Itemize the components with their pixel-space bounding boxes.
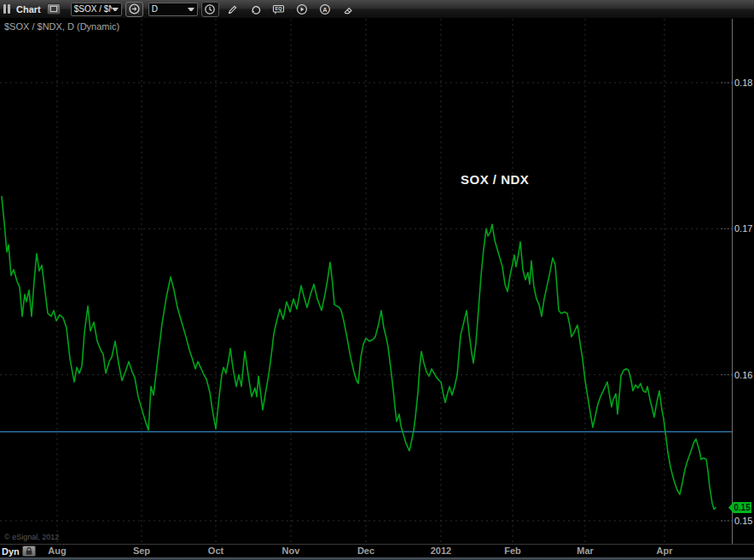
svg-text:EQ: EQ	[276, 6, 283, 11]
draw-tool-button[interactable]	[224, 2, 242, 17]
interval-combobox-value: D	[152, 4, 158, 14]
price-line	[2, 197, 716, 510]
chevron-down-icon	[112, 8, 119, 11]
window-title: Chart	[16, 4, 41, 14]
month-label: 2012	[426, 546, 456, 556]
month-label: Feb	[497, 546, 528, 556]
y-axis-label: 0.17	[734, 223, 752, 234]
y-axis-label: 0.18	[734, 78, 752, 88]
clock-icon	[204, 3, 216, 15]
circular-arrow-icon	[128, 3, 141, 15]
reload-button[interactable]	[247, 2, 265, 17]
symbol-combobox[interactable]: $SOX / $N	[71, 3, 122, 16]
month-label: Dec	[351, 546, 381, 556]
symbol-go-button[interactable]	[125, 2, 143, 17]
chart-toolbar[interactable]: Chart $SOX / $N D	[0, 0, 754, 19]
chevron-down-icon	[188, 8, 194, 11]
y-axis-label: 0.16	[734, 370, 752, 380]
dyn-mode-block: Dyn	[2, 546, 36, 557]
eraser-button[interactable]	[339, 2, 357, 17]
curved-arrow-icon	[250, 3, 262, 15]
lock-icon	[24, 546, 34, 556]
auto-list-button[interactable]: A	[316, 2, 334, 17]
pencil-icon	[227, 3, 239, 15]
interval-combobox[interactable]: D	[148, 3, 198, 16]
time-axis: Dyn AugSepOctNovDec2012FebMarApr	[0, 544, 754, 557]
price-plot: 0.180.170.160.15	[0, 19, 754, 544]
window-panes-icon	[3, 4, 10, 14]
symbol-combobox-value: $SOX / $N	[74, 4, 112, 14]
play-circle-icon	[296, 3, 308, 15]
month-label: Mar	[570, 546, 600, 556]
lock-button[interactable]	[22, 546, 36, 557]
eraser-icon	[342, 3, 354, 15]
month-label: Sep	[126, 546, 157, 556]
month-label: Oct	[200, 546, 231, 556]
quote-window-button[interactable]: EQ	[270, 2, 288, 17]
dyn-label: Dyn	[2, 546, 20, 557]
a-circle-icon: A	[319, 3, 331, 15]
chart-annotation: SOX / NDX	[461, 172, 529, 187]
copyright-label: © eSignal, 2012	[4, 533, 59, 541]
symbol-link-badge-icon[interactable]	[47, 3, 61, 14]
month-label: Nov	[276, 546, 306, 556]
month-label: Apr	[649, 546, 680, 556]
quote-bubble-icon: EQ	[272, 3, 286, 15]
month-label: Aug	[42, 546, 72, 556]
chart-canvas[interactable]: 0.180.170.160.15 $SOX / $NDX, D (Dynamic…	[0, 19, 754, 544]
playback-button[interactable]	[293, 2, 311, 17]
time-interval-button[interactable]	[201, 2, 219, 17]
y-axis-label: 0.15	[734, 516, 752, 526]
esignal-chart-window: Chart $SOX / $N D	[0, 0, 754, 560]
instrument-label: $SOX / $NDX, D (Dynamic)	[4, 21, 119, 32]
svg-text:A: A	[323, 5, 328, 13]
